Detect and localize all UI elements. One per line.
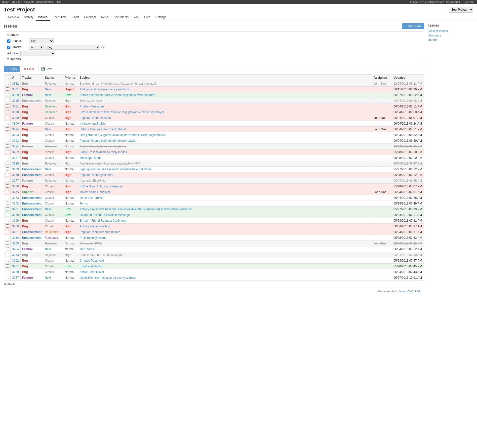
row-subject[interactable]: Active Feed Hover — [78, 269, 372, 275]
footer-atom-link[interactable]: Atom — [398, 290, 405, 293]
row-subject[interactable]: Text düzeltmeleri — [78, 98, 372, 104]
row-subject[interactable]: Terms — [78, 201, 372, 207]
tab-documents[interactable]: Documents — [111, 14, 131, 21]
row-checkbox[interactable] — [6, 190, 9, 193]
row-id[interactable]: 3280 — [11, 161, 21, 167]
row-id[interactable]: 3332 — [11, 81, 21, 87]
my-account-link[interactable]: My account — [446, 0, 460, 3]
row-checkbox[interactable] — [6, 241, 9, 245]
row-id[interactable]: 3309 — [11, 115, 21, 121]
apply-button[interactable]: ✓ Apply — [4, 66, 20, 72]
row-id[interactable]: 3262 — [11, 258, 21, 264]
tracker-filter-checkbox[interactable] — [7, 46, 10, 49]
tab-settings[interactable]: Settings — [153, 14, 169, 21]
row-id[interactable]: 3294 — [11, 127, 21, 132]
tab-calendar[interactable]: Calendar — [81, 14, 99, 21]
tab-wiki[interactable]: Wiki — [131, 14, 142, 21]
row-checkbox[interactable] — [6, 276, 9, 279]
row-checkbox[interactable] — [6, 196, 9, 199]
row-checkbox[interactable] — [6, 236, 9, 239]
row-subject[interactable]: New post—IPAD — [78, 241, 372, 246]
sign-out-link[interactable]: Sign out — [464, 0, 474, 3]
row-id[interactable]: 3260 — [11, 269, 21, 275]
row-checkbox[interactable] — [6, 139, 9, 142]
sidebar-link-view-all[interactable]: View all issues — [428, 29, 473, 33]
row-subject[interactable]: İstatistikler için mail atan bir task ya… — [78, 275, 372, 281]
row-id[interactable]: 3315 — [11, 98, 21, 104]
col-header-assignee[interactable]: Assignee — [372, 75, 392, 81]
row-checkbox[interactable] — [6, 104, 9, 108]
row-subject[interactable]: Outdated Account Activation Message — [78, 212, 372, 218]
row-checkbox[interactable] — [6, 133, 9, 136]
row-id[interactable]: 3265 — [11, 241, 21, 246]
row-id[interactable]: 3279 — [11, 167, 21, 172]
row-id[interactable]: 3261 — [11, 264, 21, 269]
row-id[interactable]: 3273 — [11, 195, 21, 201]
project-selector[interactable]: Test Project — [449, 7, 473, 13]
row-subject[interactable]: Mailler spam'e düşüyor — [78, 189, 372, 195]
row-checkbox[interactable] — [6, 110, 9, 113]
row-subject[interactable]: Aynı isimle birden fazla oda yaratılabil… — [78, 161, 372, 167]
row-id[interactable]: 3268 — [11, 224, 21, 229]
row-id[interactable]: 3267 — [11, 229, 21, 235]
nav-help[interactable]: Help — [56, 0, 62, 3]
row-id[interactable]: 3264 — [11, 246, 21, 252]
row-subject[interactable]: IE8'de Sign Up butonu çalışmıyor. — [78, 184, 372, 189]
row-id[interactable]: 3331 — [11, 87, 21, 92]
row-id[interactable]: 3275 — [11, 189, 21, 195]
row-checkbox[interactable] — [6, 184, 9, 188]
row-checkbox[interactable] — [6, 156, 9, 159]
row-id[interactable]: 3281 — [11, 155, 21, 161]
nav-mypage[interactable]: My page — [11, 0, 22, 3]
row-checkbox[interactable] — [6, 230, 9, 233]
row-id[interactable]: 3284 — [11, 144, 21, 149]
row-subject[interactable]: E-mail – Friend Request Confirmed — [78, 218, 372, 224]
tab-files[interactable]: Files — [142, 14, 153, 21]
row-checkbox[interactable] — [6, 127, 9, 131]
tab-overview[interactable]: Overview — [4, 14, 21, 21]
row-checkbox[interactable] — [6, 162, 9, 165]
row-checkbox[interactable] — [6, 122, 9, 125]
row-subject[interactable]: Other user profile — [78, 195, 372, 201]
row-subject[interactable]: Sign up formda ülke seçiminin otomatik h… — [78, 167, 372, 172]
row-checkbox[interactable] — [6, 202, 9, 205]
row-id[interactable]: 3306 — [11, 121, 21, 127]
row-checkbox[interactable] — [6, 259, 9, 262]
row-checkbox[interactable] — [6, 179, 9, 182]
row-id[interactable]: 3257 — [11, 275, 21, 281]
tab-activity[interactable]: Activity — [21, 14, 36, 21]
row-subject[interactable]: Activity sayfasında bug — [78, 224, 372, 229]
row-subject[interactable]: Bazı kullanıcıların time zone'ları boş g… — [78, 109, 372, 115]
sidebar-link-summary[interactable]: Summary — [428, 34, 473, 37]
status-operator-select[interactable]: any is is not — [29, 38, 54, 43]
row-checkbox[interactable] — [6, 144, 9, 148]
col-header-priority[interactable]: Priority — [63, 75, 78, 81]
nav-home[interactable]: Home — [2, 0, 9, 3]
tab-issues[interactable]: Issues — [36, 14, 50, 21]
row-subject[interactable]: Active_Feed bölümünde iyileştirme — [78, 144, 372, 149]
col-header-status[interactable]: Status — [43, 75, 63, 81]
nav-projects[interactable]: Projects — [24, 0, 34, 3]
col-header-updated[interactable]: Updated — [392, 75, 424, 81]
add-filter-select[interactable] — [20, 51, 55, 56]
row-subject[interactable]: Invitation mail takibi — [78, 121, 372, 127]
row-subject[interactable]: Türkçe karakter içeren oda yaratılmıyor — [78, 87, 372, 92]
row-id[interactable]: 3263 — [11, 252, 21, 258]
options-toggle[interactable]: ▾ Options — [7, 57, 421, 61]
row-subject[interactable]: Single Post sayfasında reply modalı — [78, 149, 372, 155]
row-checkbox[interactable] — [6, 82, 9, 85]
row-id[interactable]: 3310 — [11, 109, 21, 115]
row-checkbox[interactable] — [6, 87, 9, 91]
row-subject[interactable]: Safari - Oda Yaratma Check Modal — [78, 127, 372, 132]
row-subject[interactable]: Shuffle butonu IE'de hata veriyor — [78, 252, 372, 258]
row-id[interactable]: 3270 — [11, 212, 21, 218]
row-subject[interactable]: Popular Rooms bölümünde follower sayılar… — [78, 138, 372, 144]
col-header-tracker[interactable]: Tracker — [20, 75, 43, 81]
tab-news[interactable]: News — [99, 14, 111, 21]
footer-csv-link[interactable]: CSV — [407, 290, 413, 293]
sidebar-link-import[interactable]: Import — [428, 38, 473, 42]
add-tracker-value-btn[interactable]: + — [101, 45, 106, 49]
row-checkbox[interactable] — [6, 116, 9, 119]
row-subject[interactable]: Email – Invitation — [78, 264, 372, 269]
col-header-id[interactable]: # — [11, 75, 21, 81]
